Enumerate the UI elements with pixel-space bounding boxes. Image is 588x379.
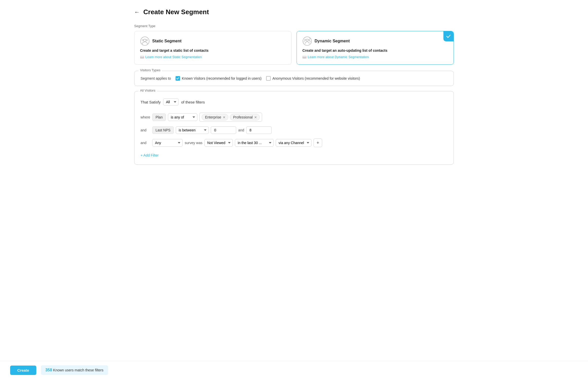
- all-visitors-section: All Visitors That Satisfy All Any of the…: [134, 91, 454, 165]
- page-title: Create New Segment: [143, 8, 209, 16]
- svg-point-6: [305, 39, 306, 41]
- anonymous-visitors-checkbox-label[interactable]: Anonymous Visitors (recommended for webs…: [266, 76, 360, 81]
- svg-point-3: [146, 39, 148, 41]
- satisfy-select[interactable]: All Any: [163, 98, 179, 106]
- dynamic-segment-card[interactable]: Dynamic Segment Create and target an aut…: [297, 31, 454, 65]
- book-icon: 📖: [140, 55, 144, 59]
- filter1-attribute: Plan: [152, 113, 166, 121]
- anonymous-visitors-label: Anonymous Visitors (recommended for webs…: [272, 76, 360, 80]
- tag-professional: Professional ✕: [230, 114, 260, 120]
- filter2-value2[interactable]: [246, 126, 272, 134]
- filter1-tags-container: Enterprise ✕ Professional ✕: [199, 113, 262, 122]
- satisfy-row: That Satisfy All Any of these filters: [141, 98, 447, 106]
- filter2-value1[interactable]: [211, 126, 236, 134]
- visitor-types-legend: Visitors Types: [139, 68, 162, 72]
- filter3-time-select[interactable]: in the last 30 ... in the last 7 days in…: [235, 139, 274, 147]
- tag-professional-label: Professional: [233, 115, 253, 119]
- static-segment-desc: Create and target a static list of conta…: [140, 48, 286, 53]
- filter3-prefix: and: [141, 141, 150, 145]
- svg-point-5: [306, 39, 308, 41]
- filter3-survey-label: survey was: [185, 141, 202, 145]
- static-card-header: Static Segment: [140, 36, 286, 46]
- dynamic-segment-title: Dynamic Segment: [315, 39, 350, 43]
- visitors-types-row: Segment applies to Known Visitors (recom…: [141, 76, 447, 81]
- filter2-attribute: Last NPS: [152, 126, 174, 134]
- static-segment-link[interactable]: 📖 Learn more about Static Segmentation: [140, 55, 286, 59]
- tag-enterprise-label: Enterprise: [205, 115, 221, 119]
- all-visitors-legend: All Visitors: [139, 89, 157, 92]
- dynamic-segment-desc: Create and target an auto-updating list …: [302, 48, 448, 53]
- static-segment-icon: [140, 36, 150, 46]
- filter1-operator[interactable]: is any of is not is empty is not empty: [168, 113, 197, 121]
- filter3-channel-select[interactable]: via any Channel via Email via In-app: [276, 139, 312, 147]
- filter2-prefix: and: [141, 128, 150, 132]
- segment-type-row: Static Segment Create and target a stati…: [134, 31, 454, 65]
- filter2-and-label: and: [238, 128, 244, 132]
- filter-row-1: where Plan is any of is not is empty is …: [141, 113, 447, 122]
- book-icon-2: 📖: [302, 55, 306, 59]
- segment-type-label: Segment Type: [134, 24, 454, 28]
- svg-point-2: [142, 39, 144, 41]
- satisfy-suffix: of these filters: [181, 100, 205, 104]
- anonymous-checkbox-visual: [266, 76, 271, 81]
- filter3-survey-select[interactable]: Any: [152, 139, 183, 147]
- back-arrow-icon: ←: [134, 9, 140, 15]
- selected-check-badge: [443, 31, 454, 41]
- satisfy-label: That Satisfy: [141, 100, 161, 104]
- filter3-viewed-select[interactable]: Not Viewed Viewed Responded: [204, 139, 233, 147]
- filter-row-2: and Last NPS is between is equal to is g…: [141, 126, 447, 134]
- dynamic-segment-icon: [302, 36, 312, 46]
- visitor-types-section: Visitors Types Segment applies to Known …: [134, 71, 454, 86]
- svg-point-7: [309, 39, 310, 41]
- filter1-prefix: where: [141, 115, 150, 119]
- known-visitors-label: Known Visitors (recommended for logged i…: [182, 76, 262, 80]
- tag-enterprise: Enterprise ✕: [202, 114, 228, 120]
- svg-point-0: [141, 37, 149, 45]
- back-button[interactable]: ←: [134, 9, 140, 15]
- known-visitors-checkbox-label[interactable]: Known Visitors (recommended for logged i…: [176, 76, 262, 81]
- remove-professional-btn[interactable]: ✕: [254, 116, 257, 119]
- svg-point-1: [144, 39, 146, 42]
- static-segment-card[interactable]: Static Segment Create and target a stati…: [134, 31, 291, 65]
- dynamic-segment-link[interactable]: 📖 Learn more about Dynamic Segmentation: [302, 55, 448, 59]
- segment-applies-to-label: Segment applies to: [141, 76, 171, 80]
- add-survey-filter-btn[interactable]: +: [314, 139, 322, 147]
- add-filter-button[interactable]: + Add Filter: [141, 152, 159, 159]
- filter-row-3: and Any survey was Not Viewed Viewed Res…: [141, 139, 447, 147]
- static-segment-title: Static Segment: [152, 39, 182, 43]
- filter2-operator[interactable]: is between is equal to is greater than i…: [176, 126, 209, 134]
- known-checkbox-visual: [176, 76, 180, 81]
- remove-enterprise-btn[interactable]: ✕: [223, 116, 226, 119]
- dynamic-card-header: Dynamic Segment: [302, 36, 448, 46]
